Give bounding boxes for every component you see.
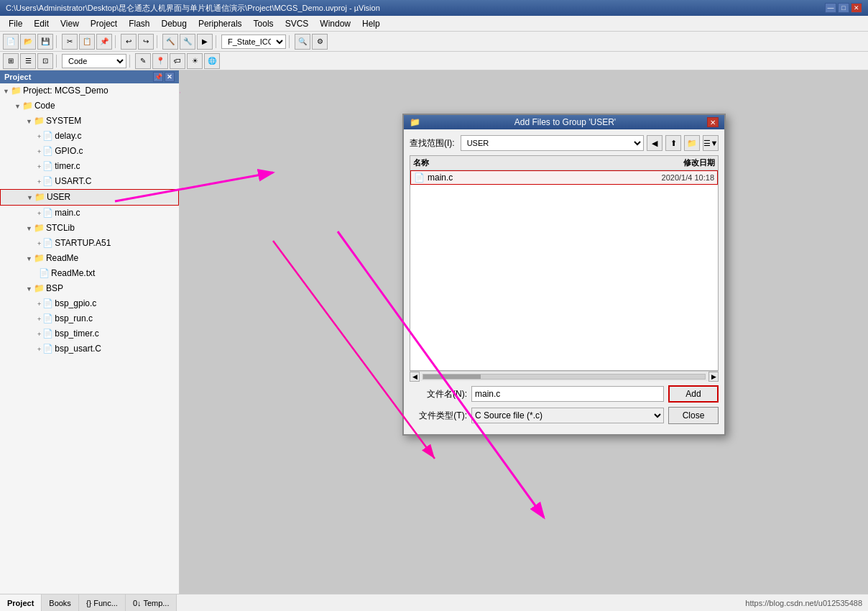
expand-icon-17[interactable]: + <box>37 346 41 353</box>
cut-btn[interactable]: ✂ <box>62 34 78 50</box>
menu-item-tools[interactable]: Tools <box>248 16 280 31</box>
tb2-btn5[interactable]: 📍 <box>152 53 168 69</box>
location-dropdown[interactable]: USER <box>461 135 644 151</box>
sidebar-pin-btn[interactable]: 📌 <box>153 72 163 82</box>
expand-icon-0[interactable]: ▼ <box>3 88 9 95</box>
tree-item-4[interactable]: +📄GPIO.c <box>0 144 179 159</box>
menu-item-svcs[interactable]: SVCS <box>280 16 315 31</box>
build-btn[interactable]: 🔨 <box>162 34 178 50</box>
maximize-button[interactable]: □ <box>838 3 849 13</box>
new-btn[interactable]: 📄 <box>3 34 19 50</box>
tree-item-14[interactable]: +📄bsp_gpio.c <box>0 296 179 311</box>
up-btn[interactable]: ⬆ <box>665 135 681 151</box>
scroll-thumb[interactable] <box>423 375 481 379</box>
tree-item-13[interactable]: ▼📁BSP <box>0 281 179 296</box>
search-btn[interactable]: 🔍 <box>295 34 310 50</box>
redo-btn[interactable]: ↪ <box>138 34 154 50</box>
tb2-btn4[interactable]: ✎ <box>135 53 151 69</box>
menu-item-debug[interactable]: Debug <box>156 16 193 31</box>
scroll-left-btn[interactable]: ◀ <box>410 372 420 382</box>
menu-item-help[interactable]: Help <box>356 16 386 31</box>
menu-item-flash[interactable]: Flash <box>123 16 155 31</box>
expand-icon-14[interactable]: + <box>37 300 41 308</box>
expand-icon-16[interactable]: + <box>37 331 41 338</box>
menu-item-file[interactable]: File <box>3 16 28 31</box>
menu-item-project[interactable]: Project <box>85 16 123 31</box>
target-dropdown[interactable]: F_State_ICO0_00 <box>221 35 286 49</box>
bottom-tab-books[interactable]: Books <box>42 594 79 611</box>
bottom-tab-func[interactable]: {} Func... <box>79 594 126 611</box>
tb2-btn3[interactable]: ⊡ <box>37 53 53 69</box>
expand-icon-3[interactable]: + <box>37 133 41 140</box>
filetype-row: 文件类型(T): C Source file (*.c) Close <box>410 407 719 424</box>
close-button[interactable]: Close <box>668 407 719 424</box>
bottom-tab-0temp[interactable]: 0↓ Temp... <box>126 594 177 611</box>
settings-btn[interactable]: ⚙ <box>312 34 328 50</box>
scroll-track[interactable] <box>423 374 706 380</box>
copy-btn[interactable]: 📋 <box>79 34 95 50</box>
code-dropdown[interactable]: Code <box>62 54 126 68</box>
expand-icon-8[interactable]: + <box>37 210 41 217</box>
minimize-button[interactable]: — <box>825 3 836 13</box>
file-list-scrollbar[interactable]: ◀ ▶ <box>410 371 719 381</box>
expand-icon-7[interactable]: ▼ <box>27 194 33 201</box>
col-name: 名称 <box>413 157 622 168</box>
expand-icon-5[interactable]: + <box>37 163 41 170</box>
tree-item-9[interactable]: ▼📁STCLib <box>0 221 179 236</box>
add-button[interactable]: Add <box>668 385 719 403</box>
expand-icon-15[interactable]: + <box>37 316 41 323</box>
open-btn[interactable]: 📂 <box>20 34 36 50</box>
file-row-main-c[interactable]: 📄 main.c 2020/1/4 10:18 <box>410 170 718 185</box>
expand-icon-6[interactable]: + <box>37 178 41 185</box>
tree-item-10[interactable]: +📄STARTUP.A51 <box>0 236 179 251</box>
save-btn[interactable]: 💾 <box>37 34 53 50</box>
new-folder-btn[interactable]: 📁 <box>684 135 700 151</box>
expand-icon-1[interactable]: ▼ <box>14 103 21 110</box>
tree-item-11[interactable]: ▼📁ReadMe <box>0 251 179 266</box>
filename-input[interactable] <box>471 386 664 402</box>
tb2-btn6[interactable]: 🏷 <box>170 53 185 69</box>
tb2-btn1[interactable]: ⊞ <box>3 53 19 69</box>
tree-item-2[interactable]: ▼📁SYSTEM <box>0 114 179 129</box>
expand-icon-13[interactable]: ▼ <box>26 285 32 293</box>
expand-icon-9[interactable]: ▼ <box>26 225 32 232</box>
tree-item-5[interactable]: +📄timer.c <box>0 159 179 174</box>
title-bar: C:\Users\Administrator\Desktop\昆仑通态人机界面与… <box>0 0 868 16</box>
sidebar-close-btn[interactable]: ✕ <box>165 72 175 82</box>
tb2-btn7[interactable]: ☀ <box>187 53 203 69</box>
tree-item-7[interactable]: ▼📁USER <box>0 189 179 206</box>
tree-node-icon-14: 📄 <box>42 298 53 308</box>
undo-btn[interactable]: ↩ <box>121 34 137 50</box>
tree-node-label-0: Project: MCGS_Demo <box>23 86 108 96</box>
menu-item-edit[interactable]: Edit <box>28 16 55 31</box>
tree-item-3[interactable]: +📄delay.c <box>0 129 179 144</box>
tree-item-1[interactable]: ▼📁Code <box>0 98 179 114</box>
tree-node-label-5: timer.c <box>55 161 80 171</box>
menu-item-view[interactable]: View <box>55 16 85 31</box>
tb2-btn2[interactable]: ☰ <box>20 53 36 69</box>
view-btn[interactable]: ☰▼ <box>703 135 719 151</box>
expand-icon-11[interactable]: ▼ <box>26 255 32 262</box>
filetype-select[interactable]: C Source file (*.c) <box>471 408 664 423</box>
expand-icon-10[interactable]: + <box>37 240 41 247</box>
scroll-right-btn[interactable]: ▶ <box>708 372 719 382</box>
debug-btn[interactable]: ▶ <box>197 34 213 50</box>
tree-item-0[interactable]: ▼📁Project: MCGS_Demo <box>0 83 179 98</box>
dialog-close-button[interactable]: ✕ <box>707 117 719 127</box>
tb2-btn8[interactable]: 🌐 <box>204 53 220 69</box>
tree-item-17[interactable]: +📄bsp_usart.C <box>0 341 179 357</box>
expand-icon-4[interactable]: + <box>37 148 41 155</box>
paste-btn[interactable]: 📌 <box>96 34 112 50</box>
rebuild-btn[interactable]: 🔧 <box>180 34 195 50</box>
tree-item-15[interactable]: +📄bsp_run.c <box>0 311 179 326</box>
menu-item-peripherals[interactable]: Peripherals <box>193 16 248 31</box>
bottom-tab-project[interactable]: Project <box>0 594 42 611</box>
close-button[interactable]: ✕ <box>851 3 862 13</box>
tree-item-12[interactable]: 📄ReadMe.txt <box>0 266 179 281</box>
tree-item-16[interactable]: +📄bsp_timer.c <box>0 326 179 341</box>
menu-item-window[interactable]: Window <box>314 16 356 31</box>
back-btn[interactable]: ◀ <box>647 135 662 151</box>
tree-item-6[interactable]: +📄USART.C <box>0 174 179 189</box>
expand-icon-2[interactable]: ▼ <box>26 118 32 125</box>
tree-item-8[interactable]: +📄main.c <box>0 206 179 221</box>
